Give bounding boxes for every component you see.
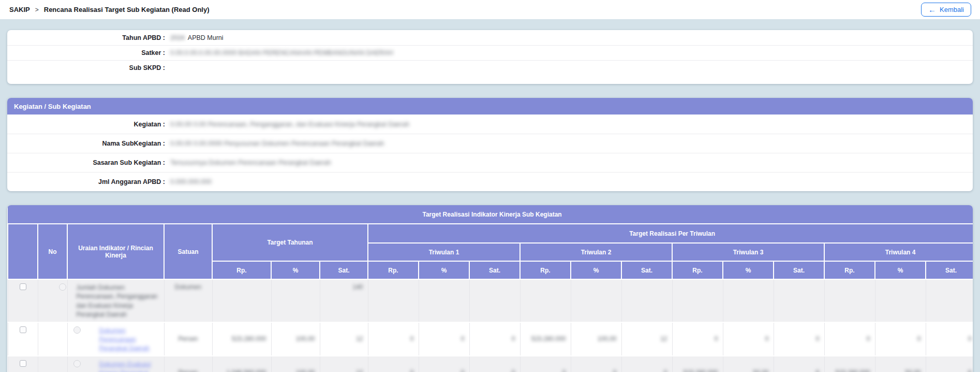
row-radio[interactable] [73, 360, 81, 367]
kembali-back-button[interactable]: ← Kembali [921, 3, 971, 17]
row-no-cell [38, 356, 67, 372]
row-uraian-cell: Dokumen Evaluasi Kinerja Perangkat Daera… [67, 356, 164, 372]
tahun-apbd-label: Tahun APBD : [7, 34, 165, 41]
form-row-sub-skpd: Sub SKPD : [7, 60, 973, 75]
t4-rp-header: Rp. [824, 261, 875, 279]
t2-pct-header: % [571, 261, 621, 279]
tahun-apbd-year-redacted: 2024 [170, 34, 185, 41]
t3-sat-value: 0 [816, 335, 820, 342]
t3-sat-value: 6 [816, 369, 820, 372]
t1-rp-value: 0 [410, 335, 414, 342]
form-row-satker: Satker : 0.00.0.00.0.00.00.0000 BADAN PE… [7, 45, 973, 60]
row-select-cell [8, 279, 38, 322]
breadcrumb-root-sakip[interactable]: SAKIP [9, 6, 30, 13]
t3-rp-value: 0 [715, 335, 718, 342]
row-select-cell [8, 356, 38, 372]
kegiatan-label: Kegiatan : [7, 121, 165, 128]
uraian-indicator-link-redacted[interactable]: Dokumen Evaluasi Kinerja Perangkat Daera… [99, 360, 159, 372]
t2-sat-value: 0 [664, 369, 667, 372]
satuan-column-header: Satuan [164, 224, 212, 279]
uraian-indicator-text-redacted: Jumlah Dokumen Perencanaan, Penganggaran… [77, 283, 159, 320]
target-realisasi-table: Target Realisasi Indikator Kinerja Sub K… [7, 205, 973, 372]
nama-subkegiatan-label: Nama SubKegiatan : [7, 140, 165, 147]
tt-pct-value: 100,00 [296, 335, 315, 342]
jml-anggaran-apbd-value-redacted: 0.000.000.000 [170, 178, 212, 185]
triwulan-1-header: Triwulan 1 [368, 243, 520, 261]
row-select-checkbox[interactable] [20, 326, 26, 333]
back-arrow-icon: ← [928, 6, 936, 13]
uraian-column-header: Uraian Indikator / Rincian Kinerja [67, 224, 164, 279]
t2-pct-value: 0 [613, 369, 617, 372]
row-select-checkbox[interactable] [20, 283, 26, 290]
row-no-cell [38, 322, 67, 356]
t3-pct-value: 50,00 [753, 369, 768, 372]
tt-pct-value: 100,00 [296, 369, 315, 372]
t3-sat-header: Sat. [774, 261, 824, 279]
row-uraian-cell: Jumlah Dokumen Perencanaan, Penganggaran… [67, 279, 164, 322]
t2-sat-header: Sat. [621, 261, 672, 279]
top-bar: SAKIP > Rencana Realisasi Target Sub Keg… [0, 0, 980, 19]
tt-rp-value: 523.280.000 [232, 335, 266, 342]
satuan-value-redacted: Persen [178, 369, 198, 372]
t2-rp-value: 523.280.000 [531, 335, 566, 342]
back-button-label: Kembali [940, 6, 964, 13]
t1-pct-value: 0 [461, 335, 465, 342]
t1-rp-value: 0 [410, 369, 414, 372]
tt-pct-header: % [271, 261, 320, 279]
t4-sat-header: Sat. [926, 261, 973, 279]
t3-pct-value: 0 [765, 335, 769, 342]
nama-subkegiatan-value-redacted: 0.00.00 0.00.0000 Penyusunan Dokumen Per… [170, 140, 384, 147]
kegiatan-panel: Kegiatan / Sub Kegiatan Kegiatan : 0.00.… [7, 98, 973, 191]
target-tahunan-header: Target Tahunan [212, 224, 368, 261]
jml-anggaran-apbd-label: Jml Anggaran APBD : [7, 178, 165, 185]
per-triwulan-header: Target Realisasi Per Triwulan [368, 224, 973, 243]
form-row-jml-anggaran-apbd: Jml Anggaran APBD : 0.000.000.000 [7, 172, 973, 191]
t4-sat-value: 6 [968, 369, 972, 372]
sasaran-sub-kegiatan-value-redacted: Tersusunnya Dokumen Perencanaan Perangka… [170, 159, 331, 166]
uraian-indicator-link-redacted[interactable]: Dokumen Perencanaan Perangkat Daerah [99, 326, 159, 353]
row-select-cell [8, 322, 38, 356]
form-row-tahun-apbd: Tahun APBD : 2024 APBD Murni [7, 30, 973, 45]
sasaran-sub-kegiatan-label: Sasaran Sub Kegiatan : [7, 159, 165, 166]
tt-sat-header: Sat. [320, 261, 368, 279]
sub-skpd-label: Sub SKPD : [7, 64, 165, 71]
page-content: Tahun APBD : 2024 APBD Murni Satker : 0.… [0, 19, 980, 372]
form-row-sasaran-sub-kegiatan: Sasaran Sub Kegiatan : Tersusunnya Dokum… [7, 153, 973, 172]
tahun-apbd-value: 2024 APBD Murni [170, 34, 224, 41]
table-row: Dokumen Perencanaan Perangkat Daerah Per… [8, 322, 973, 356]
triwulan-3-header: Triwulan 3 [672, 243, 824, 261]
row-radio[interactable] [59, 283, 66, 291]
t4-pct-value: 50,00 [905, 369, 920, 372]
no-column-header: No [38, 224, 67, 279]
satuan-value-redacted: Dokumen [175, 283, 201, 291]
t3-rp-value: 523.280.000 [684, 369, 718, 372]
kegiatan-panel-header: Kegiatan / Sub Kegiatan [7, 98, 973, 115]
row-no-cell [38, 279, 67, 322]
row-radio[interactable] [73, 326, 81, 334]
satker-value-redacted: 0.00.0.00.0.00.00.0000 BADAN PERENCANAAN… [170, 49, 393, 56]
triwulan-4-header: Triwulan 4 [824, 243, 973, 261]
row-select-checkbox[interactable] [20, 360, 26, 367]
target-realisasi-table-panel: Target Realisasi Indikator Kinerja Sub K… [7, 205, 973, 372]
apbd-info-panel: Tahun APBD : 2024 APBD Murni Satker : 0.… [7, 30, 973, 84]
tt-sat-value: 12 [356, 335, 363, 342]
t4-pct-header: % [875, 261, 926, 279]
form-row-kegiatan: Kegiatan : 0.00.00 0.00 Perencanaan, Pen… [7, 115, 973, 134]
table-row: Dokumen Evaluasi Kinerja Perangkat Daera… [8, 356, 973, 372]
t3-rp-header: Rp. [672, 261, 723, 279]
tt-sat-value: 140 [352, 283, 363, 291]
t2-rp-value: 0 [562, 369, 566, 372]
t2-sat-value: 12 [660, 335, 667, 342]
t1-pct-value: 0 [461, 369, 465, 372]
table-title: Target Realisasi Indikator Kinerja Sub K… [8, 205, 973, 224]
t4-sat-value: 0 [968, 335, 972, 342]
breadcrumb: SAKIP > Rencana Realisasi Target Sub Keg… [9, 6, 210, 13]
tt-rp-header: Rp. [212, 261, 271, 279]
t1-rp-header: Rp. [368, 261, 419, 279]
t2-rp-header: Rp. [520, 261, 571, 279]
t1-sat-header: Sat. [469, 261, 520, 279]
satker-label: Satker : [7, 49, 165, 56]
tt-rp-value: 1.046.560.000 [227, 369, 266, 372]
t1-sat-value: 0 [512, 335, 515, 342]
form-row-nama-subkegiatan: Nama SubKegiatan : 0.00.00 0.00.0000 Pen… [7, 134, 973, 153]
